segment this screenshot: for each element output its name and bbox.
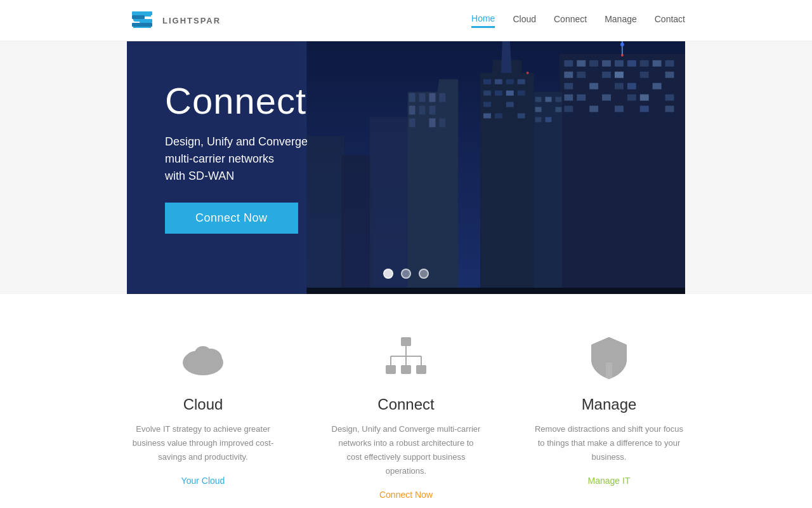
svg-rect-73	[535, 97, 541, 102]
svg-point-81	[526, 72, 528, 74]
svg-rect-53	[665, 72, 674, 78]
feature-connect: Connect Design, Unify and Converge multi…	[304, 326, 508, 506]
feature-cloud-desc: Evolve IT strategy to achieve greater bu…	[127, 422, 279, 464]
hero-banner: Connect Design, Unify and Convergemulti-…	[127, 41, 685, 294]
svg-rect-46	[652, 60, 661, 67]
svg-rect-44	[627, 60, 636, 67]
nav-manage[interactable]: Manage	[605, 14, 637, 27]
hero-title: Connect	[165, 79, 308, 122]
svg-rect-40	[577, 60, 586, 67]
svg-rect-48	[564, 72, 573, 78]
svg-rect-26	[495, 79, 502, 84]
svg-rect-66	[589, 105, 598, 112]
svg-rect-69	[665, 105, 674, 112]
feature-connect-desc: Design, Unify and Converge multi-carrier…	[330, 422, 482, 478]
svg-rect-50	[602, 72, 611, 78]
svg-rect-12	[409, 93, 415, 102]
feature-cloud-title: Cloud	[183, 396, 223, 413]
svg-rect-45	[639, 60, 648, 67]
svg-rect-33	[483, 102, 491, 107]
svg-rect-27	[506, 79, 513, 84]
svg-rect-41	[589, 60, 598, 67]
svg-rect-51	[615, 72, 624, 78]
svg-rect-82	[306, 288, 685, 294]
svg-rect-79	[545, 117, 551, 122]
feature-manage-title: Manage	[582, 396, 637, 413]
nav-connect[interactable]: Connect	[554, 14, 587, 27]
svg-rect-77	[555, 107, 561, 112]
svg-rect-42	[602, 60, 611, 67]
feature-manage: Manage Remove distractions and shift you…	[508, 326, 710, 506]
svg-rect-18	[429, 105, 435, 114]
svg-rect-65	[564, 105, 573, 112]
svg-rect-63	[639, 95, 648, 101]
svg-rect-15	[439, 93, 445, 102]
svg-rect-55	[589, 83, 598, 90]
svg-rect-13	[419, 93, 425, 102]
svg-rect-88	[386, 365, 396, 374]
svg-point-80	[621, 54, 624, 57]
logo-text: LIGHTSPAR	[162, 16, 221, 25]
hero-content: Connect Design, Unify and Convergemulti-…	[165, 79, 308, 234]
feature-cloud: Cloud Evolve IT strategy to achieve grea…	[102, 326, 304, 506]
feature-manage-link[interactable]: Manage IT	[588, 476, 631, 486]
connect-now-button[interactable]: Connect Now	[165, 203, 298, 234]
svg-rect-52	[639, 72, 648, 78]
svg-rect-32	[517, 91, 525, 96]
svg-rect-14	[429, 93, 435, 102]
svg-rect-34	[506, 102, 513, 107]
svg-rect-74	[545, 97, 551, 102]
feature-cloud-link[interactable]: Your Cloud	[181, 476, 225, 486]
svg-rect-87	[401, 337, 411, 346]
logo: LIGHTSPAR	[127, 8, 221, 33]
svg-rect-54	[564, 83, 573, 90]
nav-cloud[interactable]: Cloud	[513, 14, 536, 27]
svg-rect-2	[132, 15, 145, 19]
carousel-dot-1[interactable]	[383, 269, 393, 279]
svg-rect-78	[535, 117, 541, 122]
svg-rect-4	[132, 23, 152, 27]
svg-point-71	[620, 43, 624, 46]
svg-rect-56	[615, 83, 624, 90]
svg-point-86	[194, 346, 212, 364]
svg-rect-28	[517, 79, 525, 84]
nav-contact[interactable]: Contact	[655, 14, 685, 27]
svg-rect-43	[615, 60, 624, 67]
svg-rect-68	[639, 105, 648, 112]
cloud-icon	[178, 332, 228, 383]
svg-rect-37	[517, 113, 525, 118]
site-header: LIGHTSPAR Home Cloud Connect Manage Cont…	[0, 0, 812, 41]
feature-connect-link[interactable]: Connect Now	[379, 490, 433, 500]
svg-rect-38	[559, 54, 685, 294]
carousel-dot-2[interactable]	[401, 269, 411, 279]
svg-rect-62	[627, 95, 636, 101]
svg-rect-59	[564, 95, 573, 101]
svg-rect-21	[439, 118, 445, 127]
feature-connect-title: Connect	[377, 396, 434, 413]
svg-rect-75	[555, 97, 561, 102]
nav-home[interactable]: Home	[471, 13, 495, 28]
svg-rect-60	[577, 95, 586, 101]
svg-rect-16	[409, 105, 415, 114]
svg-rect-89	[401, 365, 411, 374]
svg-rect-57	[627, 83, 636, 90]
carousel-dots	[383, 269, 429, 279]
svg-rect-67	[615, 105, 624, 112]
logo-icon	[127, 8, 157, 33]
svg-rect-64	[665, 95, 674, 101]
network-icon	[381, 332, 431, 383]
svg-rect-1	[132, 11, 152, 15]
svg-rect-25	[483, 79, 491, 84]
svg-rect-31	[506, 91, 513, 96]
svg-rect-58	[652, 83, 661, 90]
carousel-dot-3[interactable]	[419, 269, 429, 279]
feature-manage-desc: Remove distractions and shift your focus…	[533, 422, 685, 464]
svg-rect-20	[429, 118, 435, 127]
features-section: Cloud Evolve IT strategy to achieve grea…	[0, 294, 812, 508]
svg-rect-76	[535, 107, 541, 112]
svg-rect-17	[419, 105, 425, 114]
svg-rect-29	[483, 91, 491, 96]
svg-rect-90	[416, 365, 426, 374]
shield-icon	[584, 332, 634, 383]
svg-rect-49	[577, 72, 586, 78]
